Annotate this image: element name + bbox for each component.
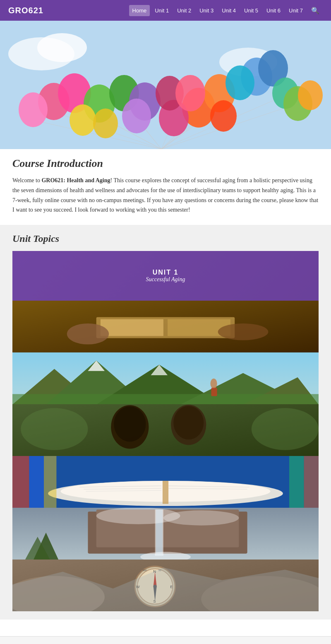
svg-point-63 (252, 408, 319, 450)
svg-point-2 (37, 33, 87, 62)
svg-rect-74 (12, 456, 29, 508)
search-button[interactable]: 🔍 (308, 4, 323, 17)
svg-point-20 (19, 92, 48, 127)
svg-rect-52 (12, 394, 319, 404)
svg-rect-78 (304, 456, 319, 508)
svg-point-62 (21, 408, 88, 450)
unit-card-5[interactable] (12, 456, 319, 508)
nav-unit1[interactable]: Unit 1 (151, 5, 172, 16)
unit-topics-heading: Unit Topics (12, 233, 319, 244)
svg-rect-75 (29, 456, 44, 508)
nav-unit4[interactable]: Unit 4 (218, 5, 239, 16)
main-nav: Home Unit 1 Unit 2 Unit 3 Unit 4 Unit 5 … (129, 4, 323, 17)
svg-point-26 (122, 99, 151, 133)
svg-point-88 (163, 510, 239, 525)
unit-card-3[interactable] (12, 352, 319, 404)
svg-point-24 (93, 109, 118, 138)
nav-home[interactable]: Home (129, 5, 150, 16)
unit-card-6[interactable] (12, 508, 319, 560)
svg-rect-42 (101, 319, 163, 336)
unit-topics-section: Unit Topics UNIT 1 Successful Aging (0, 225, 331, 620)
svg-marker-103 (12, 568, 319, 612)
main-content: Course Introduction Welcome to GRO621: H… (0, 149, 331, 628)
svg-point-29 (210, 100, 237, 132)
svg-rect-68 (163, 481, 168, 504)
svg-point-45 (218, 323, 269, 340)
svg-rect-54 (211, 388, 217, 396)
unit-grid: UNIT 1 Successful Aging (12, 251, 319, 611)
nav-unit6[interactable]: Unit 6 (263, 5, 284, 16)
hero-banner (0, 21, 331, 149)
svg-point-44 (67, 323, 109, 345)
site-logo[interactable]: GRO621 (8, 6, 43, 15)
svg-rect-76 (44, 456, 56, 508)
unit-card-2[interactable] (12, 301, 319, 352)
course-intro-heading: Course Introduction (12, 157, 319, 170)
svg-rect-77 (289, 456, 304, 508)
unit-card-1[interactable]: UNIT 1 Successful Aging (12, 251, 319, 301)
course-name-bold: GRO621: Health and Aging (41, 177, 110, 183)
svg-point-32 (225, 65, 254, 100)
site-footer: Home Unit 1 Unit 2 Unit 3 Unit 4 Unit 5 … (0, 636, 331, 644)
unit-card-7[interactable]: N S W E 360 10 (12, 560, 319, 611)
nav-unit2[interactable]: Unit 2 (174, 5, 194, 16)
svg-point-53 (210, 379, 217, 388)
site-header: GRO621 Home Unit 1 Unit 2 Unit 3 Unit 4 … (0, 0, 331, 21)
svg-point-60 (114, 406, 146, 441)
nav-unit3[interactable]: Unit 3 (196, 5, 217, 16)
svg-text:360: 360 (142, 569, 147, 572)
unit1-label: UNIT 1 (153, 269, 179, 276)
nav-unit5[interactable]: Unit 5 (241, 5, 261, 16)
course-intro-body: Welcome to GRO621: Health and Aging! Thi… (12, 176, 319, 215)
svg-point-38 (175, 75, 205, 111)
course-intro-section: Course Introduction Welcome to GRO621: H… (12, 157, 319, 215)
svg-point-35 (298, 80, 323, 110)
svg-point-61 (173, 406, 204, 439)
unit1-subtitle: Successful Aging (146, 276, 185, 283)
nav-unit7[interactable]: Unit 7 (285, 5, 306, 16)
unit-card-4[interactable] (12, 404, 319, 456)
svg-point-23 (70, 104, 96, 136)
